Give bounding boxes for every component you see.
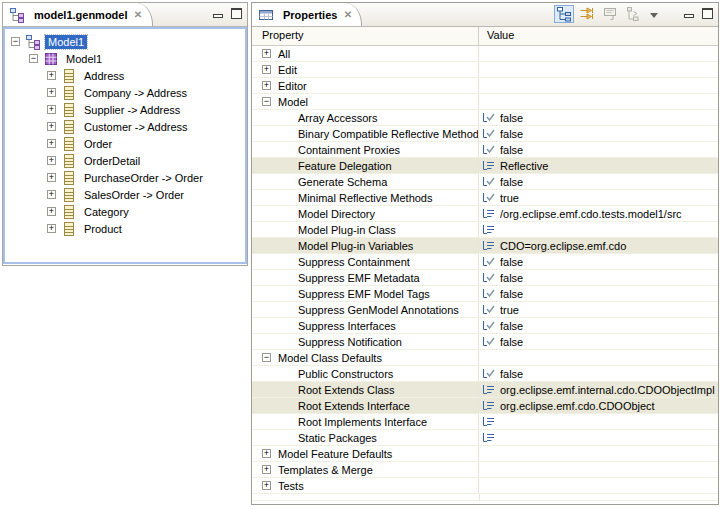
value-cell[interactable]: false: [479, 110, 718, 125]
category-row-all[interactable]: All: [252, 46, 718, 62]
property-row-minimal-reflective[interactable]: Minimal Reflective Methods true: [252, 190, 718, 206]
expand-icon[interactable]: [47, 156, 56, 165]
minimize-icon[interactable]: [212, 8, 223, 18]
expand-icon[interactable]: [262, 481, 271, 490]
value-cell[interactable]: true: [479, 302, 718, 317]
property-row-suppress-genmodel-annotations[interactable]: Suppress GenModel Annotations true: [252, 302, 718, 318]
property-row-model-plugin-class[interactable]: Model Plug-in Class: [252, 222, 718, 238]
collapse-icon[interactable]: [262, 97, 271, 106]
tree-item-orderdetail[interactable]: OrderDetail: [5, 152, 245, 169]
tree-item-address[interactable]: Address: [5, 67, 245, 84]
expand-icon[interactable]: [262, 65, 271, 74]
property-row-binary-compatible[interactable]: Binary Compatible Reflective Methods fal…: [252, 126, 718, 142]
value-cell[interactable]: false: [479, 366, 718, 381]
restore-default-icon: [602, 6, 618, 22]
maximize-icon[interactable]: [702, 8, 713, 18]
property-row-public-constructors[interactable]: Public Constructors false: [252, 366, 718, 382]
property-row-static-packages[interactable]: Static Packages: [252, 430, 718, 446]
value-cell[interactable]: false: [479, 174, 718, 189]
value-cell[interactable]: Reflective: [479, 158, 718, 173]
property-row-suppress-containment[interactable]: Suppress Containment false: [252, 254, 718, 270]
value-cell[interactable]: [479, 222, 718, 237]
property-row-root-extends-interface[interactable]: Root Extends Interface org.eclipse.emf.c…: [252, 398, 718, 414]
property-row-root-implements-interface[interactable]: Root Implements Interface: [252, 414, 718, 430]
category-row-edit[interactable]: Edit: [252, 62, 718, 78]
close-icon[interactable]: [342, 9, 353, 20]
expand-icon[interactable]: [47, 224, 56, 233]
value-cell[interactable]: /org.eclipse.emf.cdo.tests.model1/src: [479, 206, 718, 221]
value-cell[interactable]: [479, 414, 718, 429]
collapse-icon[interactable]: [262, 353, 271, 362]
category-row-editor[interactable]: Editor: [252, 78, 718, 94]
view-menu-icon[interactable]: [650, 13, 658, 22]
genmodel-tree: Model1 Model1 Address Company -> Address…: [3, 27, 247, 264]
value-cell[interactable]: false: [479, 286, 718, 301]
tree-item-model1-package[interactable]: Model1: [5, 50, 245, 67]
value-text: false: [500, 288, 523, 300]
category-row-model[interactable]: Model: [252, 94, 718, 110]
expand-icon[interactable]: [262, 81, 271, 90]
expand-icon[interactable]: [47, 190, 56, 199]
tree-item-category[interactable]: Category: [5, 203, 245, 220]
value-cell[interactable]: [479, 430, 718, 445]
category-row-model-class-defaults[interactable]: Model Class Defaults: [252, 350, 718, 366]
expand-icon[interactable]: [47, 105, 56, 114]
tree-item-model1-root[interactable]: Model1: [5, 33, 245, 50]
value-cell[interactable]: false: [479, 142, 718, 157]
category-row-tests[interactable]: Tests: [252, 478, 718, 494]
tree-item-salesorder[interactable]: SalesOrder -> Order: [5, 186, 245, 203]
property-row-generate-schema[interactable]: Generate Schema false: [252, 174, 718, 190]
value-cell[interactable]: false: [479, 254, 718, 269]
expand-icon[interactable]: [47, 122, 56, 131]
property-row-array-accessors[interactable]: Array Accessors false: [252, 110, 718, 126]
value-cell[interactable]: org.eclipse.emf.internal.cdo.CDOObjectIm…: [479, 382, 718, 397]
show-categories-button[interactable]: [623, 5, 643, 23]
tree-item-company[interactable]: Company -> Address: [5, 84, 245, 101]
tree-item-order[interactable]: Order: [5, 135, 245, 152]
value-cell[interactable]: false: [479, 334, 718, 349]
close-icon[interactable]: [133, 9, 144, 20]
show-advanced-properties-button[interactable]: [577, 5, 597, 23]
value-cell[interactable]: CDO=org.eclipse.emf.cdo: [479, 238, 718, 253]
tree-item-supplier[interactable]: Supplier -> Address: [5, 101, 245, 118]
restore-default-value-button[interactable]: [600, 5, 620, 23]
property-row-model-plugin-variables[interactable]: Model Plug-in Variables CDO=org.eclipse.…: [252, 238, 718, 254]
property-row-feature-delegation[interactable]: Feature Delegation Reflective: [252, 158, 718, 174]
minimize-icon[interactable]: [683, 8, 694, 18]
expand-icon[interactable]: [47, 173, 56, 182]
show-tree-mode-button[interactable]: [554, 5, 574, 23]
column-header-property[interactable]: Property: [252, 27, 479, 45]
collapse-icon[interactable]: [11, 37, 20, 46]
expand-icon[interactable]: [262, 49, 271, 58]
tree-item-customer[interactable]: Customer -> Address: [5, 118, 245, 135]
property-row-suppress-interfaces[interactable]: Suppress Interfaces false: [252, 318, 718, 334]
expand-icon[interactable]: [262, 449, 271, 458]
tree-item-product[interactable]: Product: [5, 220, 245, 237]
property-row-suppress-emf-metadata[interactable]: Suppress EMF Metadata false: [252, 270, 718, 286]
column-header-value[interactable]: Value: [479, 27, 718, 45]
tab-model1-genmodel[interactable]: model1.genmodel: [3, 3, 153, 26]
expand-icon[interactable]: [47, 139, 56, 148]
property-row-suppress-emf-model-tags[interactable]: Suppress EMF Model Tags false: [252, 286, 718, 302]
property-row-root-extends-class[interactable]: Root Extends Class org.eclipse.emf.inter…: [252, 382, 718, 398]
category-row-model-feature-defaults[interactable]: Model Feature Defaults: [252, 446, 718, 462]
expand-icon[interactable]: [47, 207, 56, 216]
tree-item-label: Model1: [45, 35, 87, 49]
value-cell[interactable]: true: [479, 190, 718, 205]
property-row-model-directory[interactable]: Model Directory /org.eclipse.emf.cdo.tes…: [252, 206, 718, 222]
expand-icon[interactable]: [47, 88, 56, 97]
property-row-suppress-notification[interactable]: Suppress Notification false: [252, 334, 718, 350]
value-cell[interactable]: false: [479, 126, 718, 141]
collapse-icon[interactable]: [29, 54, 38, 63]
expand-icon[interactable]: [47, 71, 56, 80]
property-row-containment-proxies[interactable]: Containment Proxies false: [252, 142, 718, 158]
category-row-templates-merge[interactable]: Templates & Merge: [252, 462, 718, 478]
maximize-icon[interactable]: [231, 8, 242, 18]
expand-icon[interactable]: [262, 465, 271, 474]
tab-properties[interactable]: Properties: [252, 3, 362, 26]
value-cell[interactable]: org.eclipse.emf.cdo.CDOObject: [479, 398, 718, 413]
value-cell[interactable]: false: [479, 270, 718, 285]
property-label: Static Packages: [298, 432, 377, 444]
tree-item-purchaseorder[interactable]: PurchaseOrder -> Order: [5, 169, 245, 186]
value-cell[interactable]: false: [479, 318, 718, 333]
